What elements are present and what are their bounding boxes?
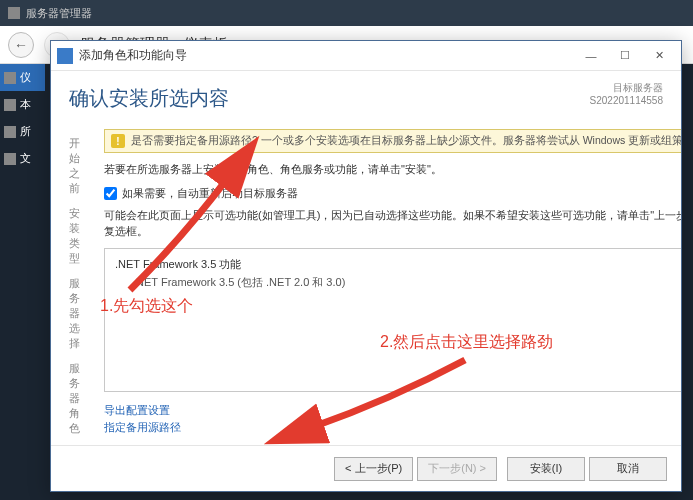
- warning-text: 是否需要指定备用源路径? 一个或多个安装选项在目标服务器上缺少源文件。服务器将尝…: [131, 134, 681, 148]
- nav-server-select[interactable]: 服务器选择: [51, 271, 98, 356]
- dialog-header: 确认安装所选内容 目标服务器 S202201114558: [51, 71, 681, 125]
- maximize-button[interactable]: ☐: [609, 45, 641, 67]
- warning-bar: ! 是否需要指定备用源路径? 一个或多个安装选项在目标服务器上缺少源文件。服务器…: [104, 129, 681, 153]
- close-button[interactable]: ✕: [643, 45, 675, 67]
- export-config-link[interactable]: 导出配置设置: [104, 402, 681, 420]
- next-button[interactable]: 下一步(N) >: [417, 457, 497, 481]
- dialog-title: 添加角色和功能向导: [79, 47, 575, 64]
- nav-server-roles[interactable]: 服务器角色: [51, 356, 98, 441]
- feature-sub: .NET Framework 3.5 (包括 .NET 2.0 和 3.0): [115, 275, 681, 290]
- sidebar-item-dashboard[interactable]: 仪: [0, 64, 45, 91]
- nav-install-type[interactable]: 安装类型: [51, 201, 98, 271]
- auto-restart-checkbox[interactable]: [104, 187, 117, 200]
- page-heading: 确认安装所选内容: [69, 85, 229, 112]
- dialog-titlebar: 添加角色和功能向导 — ☐ ✕: [51, 41, 681, 71]
- sidebar-item-file[interactable]: 文: [0, 145, 45, 172]
- app-icon: [8, 7, 20, 19]
- warning-icon: !: [111, 134, 125, 148]
- server-name: S202201114558: [590, 94, 663, 107]
- desc-text: 可能会在此页面上显示可选功能(如管理工具)，因为已自动选择这些功能。如果不希望安…: [104, 207, 681, 240]
- bg-titlebar: 服务器管理器: [0, 0, 693, 26]
- wizard-nav: 开始之前 安装类型 服务器选择 服务器角色 功能 确认 结果: [51, 125, 98, 445]
- prev-button[interactable]: < 上一步(P): [334, 457, 413, 481]
- minimize-button[interactable]: —: [575, 45, 607, 67]
- bg-sidebar: 仪 本 所 文: [0, 64, 45, 500]
- sidebar-item-local[interactable]: 本: [0, 91, 45, 118]
- nav-before[interactable]: 开始之前: [51, 131, 98, 201]
- feature-title: .NET Framework 3.5 功能: [115, 257, 681, 272]
- server-label: 目标服务器: [590, 81, 663, 94]
- dialog-icon: [57, 48, 73, 64]
- specify-source-path-link[interactable]: 指定备用源路径: [104, 419, 681, 437]
- sidebar-item-all[interactable]: 所: [0, 118, 45, 145]
- bg-title: 服务器管理器: [26, 6, 92, 21]
- wizard-dialog: 添加角色和功能向导 — ☐ ✕ 确认安装所选内容 目标服务器 S20220111…: [50, 40, 682, 492]
- intro-text: 若要在所选服务器上安装以下角色、角色服务或功能，请单击"安装"。: [104, 161, 681, 178]
- dialog-content: ! 是否需要指定备用源路径? 一个或多个安装选项在目标服务器上缺少源文件。服务器…: [98, 125, 681, 445]
- cancel-button[interactable]: 取消: [589, 457, 667, 481]
- auto-restart-label: 如果需要，自动重新启动目标服务器: [122, 186, 298, 201]
- feature-list: .NET Framework 3.5 功能 .NET Framework 3.5…: [104, 248, 681, 392]
- back-button[interactable]: ←: [8, 32, 34, 58]
- dialog-footer: < 上一步(P) 下一步(N) > 安装(I) 取消: [51, 445, 681, 491]
- install-button[interactable]: 安装(I): [507, 457, 585, 481]
- target-server-info: 目标服务器 S202201114558: [590, 81, 663, 107]
